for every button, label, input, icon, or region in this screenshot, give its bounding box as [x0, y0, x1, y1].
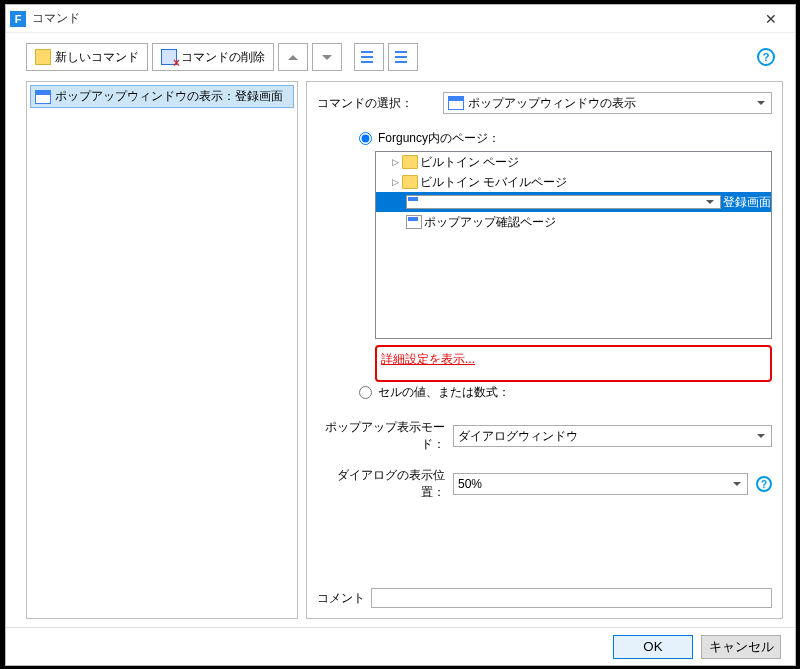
page-radio-label: Forguncy内のページ： — [378, 130, 500, 147]
command-select-label: コマンドの選択： — [317, 95, 437, 112]
cell-radio-row: セルの値、または数式： — [359, 384, 772, 401]
popup-mode-label: ポップアップ表示モード： — [317, 419, 445, 453]
detail-settings-link[interactable]: 詳細設定を表示... — [381, 352, 475, 366]
titlebar: F コマンド ✕ — [6, 5, 795, 33]
tree-label: ビルトイン ページ — [420, 154, 519, 171]
comment-row: コメント — [317, 588, 772, 608]
command-select-row: コマンドの選択： ポップアップウィンドウの表示 — [317, 92, 772, 114]
arrow-down-icon — [322, 55, 332, 60]
delete-x-icon — [161, 49, 177, 65]
detail-settings-highlight: 詳細設定を表示... — [375, 345, 772, 382]
command-dialog: F コマンド ✕ 新しいコマンド コマンドの削除 ? — [5, 4, 796, 666]
expand-icon: ▷ — [390, 177, 400, 187]
command-detail-panel: コマンドの選択： ポップアップウィンドウの表示 Forguncy内のページ： ▷… — [306, 81, 783, 619]
cell-formula-radio-label: セルの値、または数式： — [378, 384, 510, 401]
body: ポップアップウィンドウの表示：登録画面 コマンドの選択： ポップアップウィンドウ… — [6, 81, 795, 627]
dialog-position-label: ダイアログの表示位置： — [317, 467, 445, 501]
dialog-position-dropdown[interactable]: 50% — [453, 473, 748, 495]
new-sparkle-icon — [35, 49, 51, 65]
delete-command-button[interactable]: コマンドの削除 — [152, 43, 274, 71]
dialog-footer: OK キャンセル — [6, 627, 795, 665]
delete-command-label: コマンドの削除 — [181, 49, 265, 66]
page-radio-row: Forguncy内のページ： — [359, 130, 772, 147]
popup-window-icon — [35, 90, 51, 104]
dialog-position-row: ダイアログの表示位置： 50% ? — [317, 467, 772, 501]
folder-icon — [402, 175, 418, 189]
tree-label: 登録画面 — [723, 194, 771, 211]
command-list-item-label: ポップアップウィンドウの表示：登録画面 — [55, 88, 283, 105]
tree-label: ビルトイン モバイルページ — [420, 174, 567, 191]
page-icon — [406, 215, 422, 229]
command-list-item[interactable]: ポップアップウィンドウの表示：登録画面 — [30, 85, 294, 108]
page-icon — [406, 195, 721, 209]
tree-folder-builtin[interactable]: ▷ ビルトイン ページ — [376, 152, 771, 172]
move-up-button[interactable] — [278, 43, 308, 71]
cell-formula-radio[interactable] — [359, 386, 372, 399]
page-radio[interactable] — [359, 132, 372, 145]
popup-mode-value: ダイアログウィンドウ — [458, 428, 578, 445]
comment-input[interactable] — [371, 588, 772, 608]
tree-page-popup-confirm[interactable]: ポップアップ確認ページ — [376, 212, 771, 232]
help-button[interactable]: ? — [757, 48, 775, 66]
popup-mode-row: ポップアップ表示モード： ダイアログウィンドウ — [317, 419, 772, 453]
command-list-panel: ポップアップウィンドウの表示：登録画面 — [26, 81, 298, 619]
outline-list-icon — [395, 49, 411, 65]
popup-mode-dropdown[interactable]: ダイアログウィンドウ — [453, 425, 772, 447]
expand-icon: ▷ — [390, 157, 400, 167]
close-button[interactable]: ✕ — [751, 7, 791, 31]
comment-label: コメント — [317, 590, 365, 607]
command-select-dropdown[interactable]: ポップアップウィンドウの表示 — [443, 92, 772, 114]
folder-icon — [402, 155, 418, 169]
list-view-button-1[interactable] — [354, 43, 384, 71]
list-icon — [361, 49, 377, 65]
arrow-up-icon — [288, 55, 298, 60]
ok-button[interactable]: OK — [613, 635, 693, 659]
page-tree[interactable]: ▷ ビルトイン ページ ▷ ビルトイン モバイルページ 登録画面 — [375, 151, 772, 339]
page-source-block: Forguncy内のページ： ▷ ビルトイン ページ ▷ ビルトイン モバイルペ… — [359, 130, 772, 405]
popup-window-icon — [448, 96, 464, 110]
tree-folder-builtin-mobile[interactable]: ▷ ビルトイン モバイルページ — [376, 172, 771, 192]
cancel-button[interactable]: キャンセル — [701, 635, 781, 659]
command-select-value: ポップアップウィンドウの表示 — [468, 95, 636, 112]
tree-label: ポップアップ確認ページ — [424, 214, 556, 231]
new-command-label: 新しいコマンド — [55, 49, 139, 66]
new-command-button[interactable]: 新しいコマンド — [26, 43, 148, 71]
app-icon: F — [10, 11, 26, 27]
dialog-position-value: 50% — [458, 477, 482, 491]
move-down-button[interactable] — [312, 43, 342, 71]
tree-page-selected[interactable]: 登録画面 — [376, 192, 771, 212]
list-view-button-2[interactable] — [388, 43, 418, 71]
toolbar: 新しいコマンド コマンドの削除 ? — [6, 33, 795, 81]
window-title: コマンド — [32, 10, 751, 27]
dialog-position-help-icon[interactable]: ? — [756, 476, 772, 492]
